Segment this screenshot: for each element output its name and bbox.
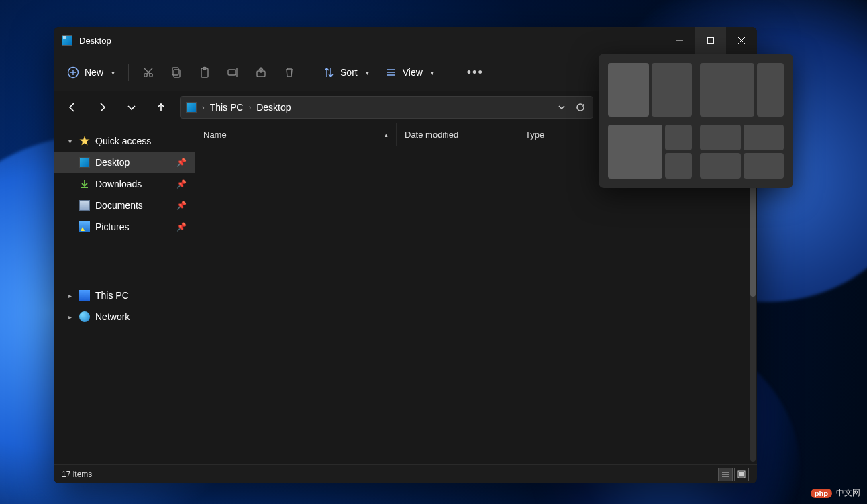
- snap-zone[interactable]: [700, 153, 741, 179]
- nav-pane: ▾ Quick access Desktop 📌 Downloads 📌 Doc…: [54, 123, 195, 464]
- snap-zone[interactable]: [665, 153, 692, 179]
- cut-button[interactable]: [136, 62, 161, 83]
- sidebar-item-label: Documents: [95, 200, 143, 211]
- paste-button[interactable]: [192, 62, 217, 83]
- sidebar-item-label: Quick access: [95, 136, 151, 146]
- refresh-button[interactable]: [574, 101, 587, 114]
- chevron-down-icon: ▾: [366, 69, 369, 77]
- column-name-label: Name: [203, 130, 227, 140]
- view-button[interactable]: View ▾: [378, 62, 441, 83]
- view-icon: [385, 66, 397, 79]
- snap-zone[interactable]: [757, 63, 784, 117]
- file-list[interactable]: [195, 146, 757, 464]
- chevron-right-icon: ›: [202, 103, 205, 111]
- chevron-down-icon: ▾: [431, 69, 434, 77]
- snap-zone[interactable]: [608, 63, 649, 117]
- maximize-button[interactable]: [695, 27, 726, 54]
- recent-button[interactable]: [121, 97, 142, 118]
- watermark-badge: php: [811, 489, 832, 498]
- snap-layouts-flyout: [599, 54, 793, 188]
- separator: [309, 64, 309, 81]
- paste-icon: [199, 66, 211, 79]
- chevron-right-icon: ›: [248, 103, 251, 111]
- ellipsis-icon: •••: [462, 66, 489, 80]
- new-button[interactable]: New ▾: [60, 62, 121, 83]
- column-name[interactable]: Name ▴: [195, 123, 397, 146]
- status-bar: 17 items: [54, 464, 757, 483]
- snap-zone[interactable]: [652, 63, 693, 117]
- sidebar-item-network[interactable]: ▸ Network: [54, 306, 195, 327]
- column-type-label: Type: [525, 130, 544, 140]
- snap-zone[interactable]: [665, 125, 692, 150]
- sort-indicator-icon: ▴: [385, 132, 388, 138]
- watermark-text: 中文网: [836, 487, 860, 499]
- sidebar-item-desktop[interactable]: Desktop 📌: [54, 152, 195, 173]
- chevron-right-icon: ▸: [66, 313, 74, 321]
- details-view-button[interactable]: [718, 468, 733, 481]
- window-title: Desktop: [79, 36, 111, 46]
- desktop-icon: [186, 102, 197, 113]
- star-icon: [79, 136, 90, 146]
- close-button[interactable]: [726, 27, 757, 54]
- address-dropdown[interactable]: [555, 101, 568, 114]
- address-bar[interactable]: › This PC › Desktop: [180, 96, 593, 119]
- plus-circle-icon: [67, 66, 79, 79]
- pin-icon: 📌: [176, 222, 187, 232]
- breadcrumb-desktop[interactable]: Desktop: [256, 102, 291, 113]
- copy-button[interactable]: [164, 62, 189, 83]
- sidebar-item-downloads[interactable]: Downloads 📌: [54, 173, 195, 195]
- sidebar-item-pictures[interactable]: Pictures 📌: [54, 216, 195, 238]
- svg-rect-1: [708, 38, 714, 44]
- status-item-count: 17 items: [62, 470, 92, 479]
- rename-button[interactable]: [220, 62, 246, 83]
- snap-zone[interactable]: [700, 125, 741, 150]
- up-button[interactable]: [150, 97, 172, 118]
- sort-icon: [323, 66, 335, 79]
- sidebar-item-quick-access[interactable]: ▾ Quick access: [54, 130, 195, 152]
- svg-rect-15: [228, 70, 236, 75]
- sidebar-item-label: Downloads: [95, 179, 142, 189]
- chevron-right-icon: ▸: [66, 292, 74, 299]
- sidebar-item-label: This PC: [95, 290, 129, 301]
- share-button[interactable]: [248, 62, 274, 83]
- vertical-scrollbar[interactable]: [750, 149, 756, 462]
- rename-icon: [227, 66, 239, 79]
- snap-layout-split-twothirds[interactable]: [700, 63, 784, 117]
- delete-button[interactable]: [276, 62, 302, 83]
- snap-layout-three[interactable]: [608, 125, 692, 179]
- desktop-icon: [79, 157, 90, 168]
- breadcrumb-this-pc[interactable]: This PC: [210, 102, 244, 113]
- document-icon: [79, 200, 90, 211]
- thumbnails-view-button[interactable]: [734, 468, 749, 481]
- share-icon: [255, 66, 267, 79]
- forward-button[interactable]: [91, 97, 113, 118]
- view-toggle: [718, 468, 749, 481]
- separator: [99, 470, 99, 479]
- snap-layout-quad[interactable]: [700, 125, 784, 179]
- chevron-down-icon: ▾: [111, 69, 115, 77]
- sort-button[interactable]: Sort ▾: [316, 62, 376, 83]
- back-button[interactable]: [62, 97, 83, 118]
- snap-zone[interactable]: [700, 63, 754, 117]
- pc-icon: [79, 290, 90, 301]
- snap-zone[interactable]: [608, 125, 662, 179]
- sidebar-item-this-pc[interactable]: ▸ This PC: [54, 285, 195, 306]
- sidebar-item-documents[interactable]: Documents 📌: [54, 195, 195, 216]
- more-button[interactable]: •••: [455, 62, 496, 84]
- pin-icon: 📌: [176, 158, 187, 167]
- sidebar-item-label: Desktop: [95, 157, 130, 168]
- desktop-icon: [62, 35, 72, 46]
- trash-icon: [283, 66, 295, 79]
- column-date[interactable]: Date modified: [397, 123, 517, 146]
- sidebar-item-label: Network: [95, 311, 130, 322]
- snap-zone[interactable]: [744, 125, 784, 150]
- snap-layout-split-half[interactable]: [608, 63, 692, 117]
- snap-zone[interactable]: [744, 153, 784, 179]
- window-controls: [664, 27, 757, 54]
- sidebar-item-label: Pictures: [95, 221, 130, 232]
- new-label: New: [85, 67, 103, 78]
- minimize-button[interactable]: [664, 27, 695, 54]
- separator: [448, 64, 448, 81]
- download-icon: [79, 179, 90, 189]
- chevron-down-icon: ▾: [66, 138, 74, 145]
